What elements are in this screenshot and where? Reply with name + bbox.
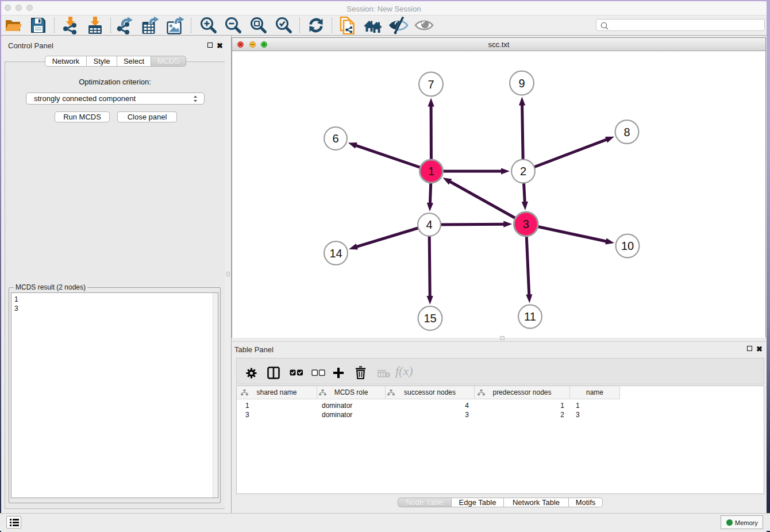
svg-text:10: 10 (621, 240, 634, 252)
svg-text:1: 1 (428, 165, 434, 178)
svg-text:9: 9 (518, 77, 525, 90)
svg-text:4: 4 (426, 218, 432, 231)
svg-text:7: 7 (428, 78, 434, 91)
svg-text:15: 15 (424, 312, 436, 325)
svg-text:11: 11 (524, 310, 536, 323)
svg-text:2: 2 (520, 165, 526, 178)
svg-text:8: 8 (623, 126, 630, 138)
svg-text:14: 14 (329, 247, 342, 260)
svg-text:6: 6 (332, 132, 338, 145)
svg-text:3: 3 (523, 218, 529, 230)
